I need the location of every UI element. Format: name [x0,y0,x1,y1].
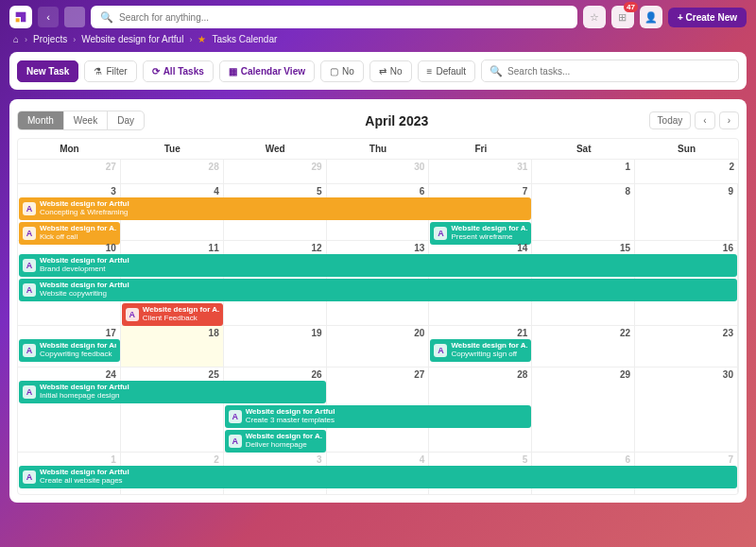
day-number: 1 [22,454,116,465]
square-icon: ▢ [330,66,338,77]
calendar-cell[interactable]: 29 [224,160,327,183]
today-button[interactable]: Today [649,111,692,129]
user-avatar[interactable]: 👤 [640,6,662,28]
filter-button[interactable]: ⚗Filter [84,60,136,82]
event-task: Deliver homepage [246,440,307,449]
create-new-button[interactable]: + Create New [668,8,747,27]
calendar-cell[interactable]: 31 [429,160,532,183]
day-number: 4 [331,454,425,465]
day-header: Tue [121,139,224,159]
task-search-input[interactable] [507,66,730,77]
tab-month[interactable]: Month [18,111,64,129]
global-search[interactable]: 🔍 [91,6,577,28]
calendar-cell[interactable]: 22 [532,326,635,367]
option-no-1[interactable]: ▢No [320,60,364,82]
day-header: Thu [327,139,430,159]
home-icon[interactable]: ⌂ [13,34,19,44]
app-logo[interactable] [9,6,32,28]
day-number: 3 [228,454,322,465]
project-icon [23,385,36,399]
tab-day[interactable]: Day [108,111,144,129]
day-number: 28 [125,162,219,172]
topbar: ‹ 🔍 ☆ ⊞47 👤 + Create New [0,0,756,34]
calendar-event[interactable]: Website design for A...Client Feedback [122,303,223,326]
task-search[interactable]: 🔍 [481,60,739,82]
calendar-event[interactable]: Website design for A...Copywriting sign … [430,339,531,362]
tab-week[interactable]: Week [64,111,108,129]
day-number: 20 [331,328,425,338]
day-number: 27 [331,369,425,380]
calendar-cell[interactable]: 9 [635,184,738,240]
calendar-title: April 2023 [365,113,428,128]
calendar-event[interactable]: Website design for ArtfulCopywriting fee… [19,339,120,362]
calendar-icon: ▦ [229,66,237,77]
project-icon [434,227,447,240]
project-icon [23,259,36,272]
breadcrumb-projects[interactable]: Projects [33,34,67,44]
calendar-cell[interactable]: 20 [327,326,430,367]
calendar-event[interactable]: Website design for ArtfulCreate all webs… [19,466,737,488]
calendar-week: 10111213141516Website design for ArtfulB… [18,241,738,326]
chevron-right-icon: › [73,35,76,44]
star-button[interactable]: ☆ [583,6,606,28]
day-number: 1 [536,162,630,172]
calendar-cell[interactable]: 19 [224,326,327,367]
prev-month-button[interactable]: ‹ [695,111,714,129]
day-header: Fri [429,139,532,159]
next-month-button[interactable]: › [719,111,739,129]
calendar-cell[interactable]: 28 [121,160,224,183]
project-icon [126,308,139,321]
calendar-cell[interactable]: 2 [635,160,738,183]
calendar-cell[interactable]: 23 [635,326,738,367]
calendar-event[interactable]: Website design for ArtfulConcepting & Wi… [19,197,531,220]
event-task: Client Feedback [143,314,198,322]
option-no-2[interactable]: ⇄No [369,60,412,82]
day-number: 3 [22,186,116,197]
calendar-cell[interactable]: 30 [635,368,738,452]
calendar-week: 24252627282930Website design for ArtfulI… [18,368,738,453]
day-number: 2 [125,454,219,465]
new-task-button[interactable]: New Task [17,60,78,82]
view-tabs: Month Week Day [17,111,145,130]
star-icon: ★ [198,34,206,44]
global-search-input[interactable] [119,12,568,23]
calendar-cell[interactable]: 1 [532,160,635,183]
day-number: 24 [22,369,116,380]
list-icon: ≡ [427,66,433,77]
default-button[interactable]: ≡Default [418,60,476,82]
calendar-event[interactable]: Website design for ArtfulBrand developme… [19,254,737,277]
calendar-cell[interactable]: 18 [121,326,224,367]
nav-forward-button [64,7,85,27]
filter-icon: ⚗ [94,66,102,77]
project-icon [23,283,36,297]
calendar-event[interactable]: Website design for A...Deliver homepage [225,430,326,453]
day-number: 26 [228,369,322,380]
calendar-event[interactable]: Website design for ArtfulCreate 3 master… [225,405,532,428]
day-number: 25 [125,369,219,380]
event-task: Brand development [40,265,105,273]
nav-back-button[interactable]: ‹ [38,7,59,27]
calendar-cell[interactable]: 30 [327,160,430,183]
all-tasks-button[interactable]: ⟳All Tasks [143,60,214,82]
day-number: 12 [228,243,322,253]
day-header: Mon [18,139,121,159]
day-number: 9 [639,186,733,197]
calendar-view-button[interactable]: ▦Calendar View [219,60,315,82]
calendar-grid: MonTueWedThuFriSatSun 272829303112345678… [17,138,739,495]
day-number: 8 [536,186,630,197]
calendar-event[interactable]: Website design for ArtfulWebsite copywri… [19,279,737,301]
calendar-week: 3456789Website design for ArtfulConcepti… [18,184,738,241]
calendar-event[interactable]: Website design for ArtfulInitial homepag… [19,381,326,403]
calendar-cell[interactable]: 27 [18,160,121,183]
day-number: 16 [639,243,733,253]
calendar-cell[interactable]: 8 [532,184,635,240]
event-task: Initial homepage design [40,391,120,400]
day-number: 11 [125,243,219,253]
calendar-cell[interactable]: 29 [532,368,635,452]
day-number: 23 [639,328,733,338]
day-number: 29 [536,369,630,380]
event-task: Concepting & Wireframing [40,208,128,216]
notifications-button[interactable]: ⊞47 [611,6,634,28]
project-icon [23,202,36,215]
breadcrumb-project-name[interactable]: Website design for Artful [81,34,183,44]
